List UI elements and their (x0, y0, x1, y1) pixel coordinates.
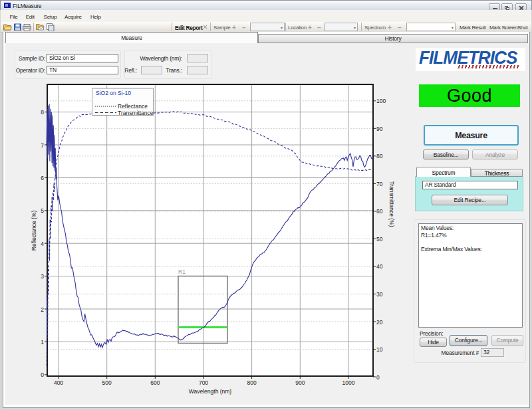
svg-text:Wavelength (nm): Wavelength (nm) (189, 388, 232, 395)
svg-text:0: 0 (376, 374, 380, 381)
svg-text:10: 10 (376, 346, 383, 353)
svg-text:50: 50 (376, 236, 383, 243)
svg-text:900: 900 (295, 379, 305, 386)
svg-text:8: 8 (41, 109, 44, 116)
svg-text:SiO2 on Si-10: SiO2 on Si-10 (96, 90, 131, 96)
svg-text:30: 30 (376, 291, 383, 298)
svg-text:500: 500 (102, 379, 112, 386)
svg-text:Transmittance (%): Transmittance (%) (388, 181, 395, 227)
svg-text:7: 7 (41, 142, 44, 149)
svg-text:R1: R1 (178, 268, 186, 275)
svg-text:60: 60 (376, 208, 383, 215)
svg-text:4: 4 (41, 241, 44, 247)
svg-text:100: 100 (376, 98, 386, 104)
svg-text:1: 1 (41, 339, 44, 346)
svg-text:70: 70 (376, 181, 383, 187)
svg-text:3: 3 (41, 273, 44, 280)
svg-text:20: 20 (376, 319, 383, 326)
svg-text:6: 6 (41, 175, 44, 181)
svg-text:0: 0 (41, 371, 44, 378)
svg-text:90: 90 (376, 126, 383, 132)
svg-text:80: 80 (376, 153, 383, 159)
svg-text:800: 800 (247, 379, 257, 386)
svg-text:5: 5 (41, 207, 44, 214)
svg-text:400: 400 (54, 379, 63, 386)
svg-text:Transmittance: Transmittance (118, 110, 154, 116)
svg-text:2: 2 (41, 306, 44, 313)
svg-text:40: 40 (376, 263, 383, 270)
svg-text:700: 700 (199, 379, 208, 386)
svg-text:600: 600 (150, 379, 160, 386)
svg-text:Reflectance: Reflectance (118, 103, 148, 110)
svg-text:Reflectance (%): Reflectance (%) (31, 211, 37, 251)
svg-text:1000: 1000 (342, 379, 355, 386)
